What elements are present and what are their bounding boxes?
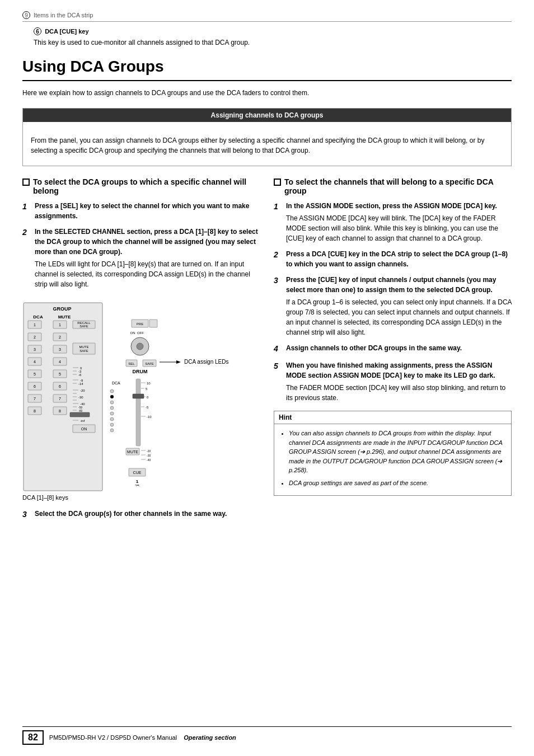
- checkbox-icon: [22, 179, 30, 186]
- svg-text:MUTE: MUTE: [127, 450, 138, 454]
- svg-text:DRUM: DRUM: [133, 369, 148, 374]
- svg-text:-inf: -inf: [80, 419, 85, 422]
- dca-cue-section: 6 DCA [CUE] key This key is used to cue-…: [22, 27, 512, 48]
- dca-cue-num: 6: [34, 27, 41, 35]
- two-col: To select the DCA groups to which a spec…: [22, 177, 512, 526]
- svg-text:1: 1: [34, 323, 36, 327]
- right-step-4: 4 Assign channels to other DCA groups in…: [274, 343, 512, 355]
- footer-product: PM5D/PM5D-RH V2 / DSP5D Owner's Manual: [49, 734, 177, 741]
- channel-strip-area: PRE ON OFF SEL: [109, 318, 228, 365]
- right-step-content-3: Press the [CUE] key of input channels / …: [286, 275, 512, 337]
- svg-text:-20: -20: [147, 449, 151, 453]
- svg-text:OFF: OFF: [137, 331, 144, 335]
- svg-text:8: 8: [59, 409, 61, 413]
- svg-text:-30: -30: [147, 454, 151, 457]
- right-step-num-2: 2: [274, 249, 282, 269]
- right-step-num-4: 4: [274, 343, 282, 355]
- right-step-1-bold: In the ASSIGN MODE section, press the AS…: [286, 202, 497, 210]
- right-step-5-bold: When you have finished making assignment…: [286, 361, 495, 379]
- svg-point-86: [110, 412, 114, 415]
- footer-bar: 82 PM5D/PM5D-RH V2 / DSP5D Owner's Manua…: [22, 726, 512, 745]
- svg-text:MUTE: MUTE: [79, 345, 89, 349]
- hint-list: You can also assign channels to DCA grou…: [289, 429, 505, 487]
- svg-rect-19: [73, 343, 95, 354]
- assigning-box: Assigning channels to DCA groups From th…: [22, 108, 512, 166]
- svg-text:7: 7: [59, 397, 61, 401]
- page: 9 Items in the DCA strip 6 DCA [CUE] key…: [0, 0, 534, 756]
- svg-text:ON: ON: [81, 427, 87, 431]
- svg-text:5: 5: [34, 372, 36, 376]
- svg-point-75: [137, 343, 143, 350]
- svg-point-87: [110, 417, 114, 421]
- intro-text: Here we explain how to assign channels t…: [22, 88, 512, 98]
- right-step-4-bold: Assign channels to other DCA groups in t…: [286, 344, 462, 352]
- right-step-3: 3 Press the [CUE] key of input channels …: [274, 275, 512, 337]
- dca-group-panel: GROUP DCA MUTE 1 1 RECAL: [22, 302, 104, 492]
- svg-text:10: 10: [147, 382, 151, 385]
- right-step-1-body: The ASSIGN MODE [DCA] key will blink. Th…: [286, 213, 512, 243]
- footer-section: Operating section: [184, 734, 236, 741]
- right-step-2: 2 Press a DCA [CUE] key in the DCA strip…: [274, 249, 512, 269]
- hint-box: Hint You can also assign channels to DCA…: [274, 411, 512, 496]
- hint-title: Hint: [274, 411, 511, 424]
- dca-illustration: GROUP DCA MUTE 1 1 RECAL: [22, 302, 228, 492]
- svg-text:SEL: SEL: [128, 362, 135, 365]
- svg-text:-14: -14: [78, 382, 83, 386]
- page-number: 82: [22, 730, 44, 745]
- svg-point-88: [110, 423, 114, 426]
- right-step-3-body: If a DCA group 1–6 is selected, you can …: [286, 297, 512, 337]
- svg-text:2: 2: [59, 335, 61, 339]
- svg-text:SAFE: SAFE: [79, 325, 88, 328]
- svg-rect-90: [136, 379, 140, 446]
- box-inner: From the panel, you can assign channels …: [23, 130, 511, 166]
- dca-assign-leds-label: DCA assign LEDs: [184, 359, 228, 365]
- svg-point-84: [110, 401, 114, 404]
- dca-cue-header: 6 DCA [CUE] key: [34, 27, 512, 35]
- topbar: 9 Items in the DCA strip: [22, 11, 512, 22]
- topbar-label: Items in the DCA strip: [34, 12, 93, 18]
- left-step-2: 2 In the SELECTED CHANNEL section, press…: [22, 227, 260, 289]
- svg-text:25: 25: [135, 484, 139, 486]
- step-content-1: Press a [SEL] key to select the channel …: [35, 201, 260, 221]
- svg-text:-20: -20: [80, 389, 85, 392]
- box-header: Assigning channels to DCA groups: [23, 109, 511, 122]
- svg-rect-101: [133, 394, 144, 398]
- right-step-2-bold: Press a DCA [CUE] key in the DCA strip t…: [286, 250, 508, 268]
- dca-keys-label: DCA [1]–[8] keys: [22, 494, 68, 501]
- dca-illustration-area: GROUP DCA MUTE 1 1 RECAL: [22, 297, 260, 501]
- right-section-title: To select the channels that will belong …: [274, 177, 512, 195]
- svg-text:6: 6: [34, 384, 36, 388]
- svg-text:1: 1: [59, 323, 61, 327]
- svg-text:5: 5: [59, 372, 61, 376]
- left-step-3: 3 Select the DCA group(s) for other chan…: [22, 509, 260, 520]
- svg-text:5: 5: [146, 387, 148, 391]
- svg-text:4: 4: [59, 360, 61, 364]
- svg-point-85: [110, 406, 114, 410]
- hint-item-1: You can also assign channels to DCA grou…: [289, 429, 505, 475]
- arrow-svg: [160, 359, 182, 365]
- box-body: From the panel, you can assign channels …: [31, 135, 503, 156]
- step-content-2: In the SELECTED CHANNEL section, press a…: [35, 227, 260, 289]
- right-step-content-1: In the ASSIGN MODE section, press the AS…: [286, 201, 512, 243]
- step-num-2: 2: [22, 227, 30, 289]
- svg-text:-10: -10: [147, 415, 152, 419]
- footer-text: PM5D/PM5D-RH V2 / DSP5D Owner's Manual O…: [49, 734, 236, 741]
- svg-marker-115: [176, 360, 181, 364]
- svg-text:-40: -40: [147, 458, 151, 462]
- step-2-body: The LEDs will light for DCA [1]–[8] key(…: [35, 259, 260, 289]
- section-num: 9: [22, 11, 30, 19]
- svg-text:SAFE: SAFE: [79, 349, 88, 353]
- right-step-3-bold: Press the [CUE] key of input channels / …: [286, 276, 496, 294]
- right-step-num-3: 3: [274, 275, 282, 337]
- svg-text:PRE: PRE: [137, 322, 143, 326]
- svg-text:GROUP: GROUP: [53, 306, 71, 312]
- svg-text:-60: -60: [78, 409, 82, 412]
- svg-text:2: 2: [34, 335, 36, 339]
- svg-point-82: [110, 389, 114, 393]
- step-2-bold: In the SELECTED CHANNEL section, press a…: [35, 228, 258, 256]
- right-title-text: To select the channels that will belong …: [284, 177, 512, 195]
- col-left: To select the DCA groups to which a spec…: [22, 177, 260, 526]
- svg-text:DCA: DCA: [112, 381, 120, 385]
- dca-leds-label: DCA assign LEDs: [160, 359, 228, 365]
- svg-text:0: 0: [147, 396, 149, 399]
